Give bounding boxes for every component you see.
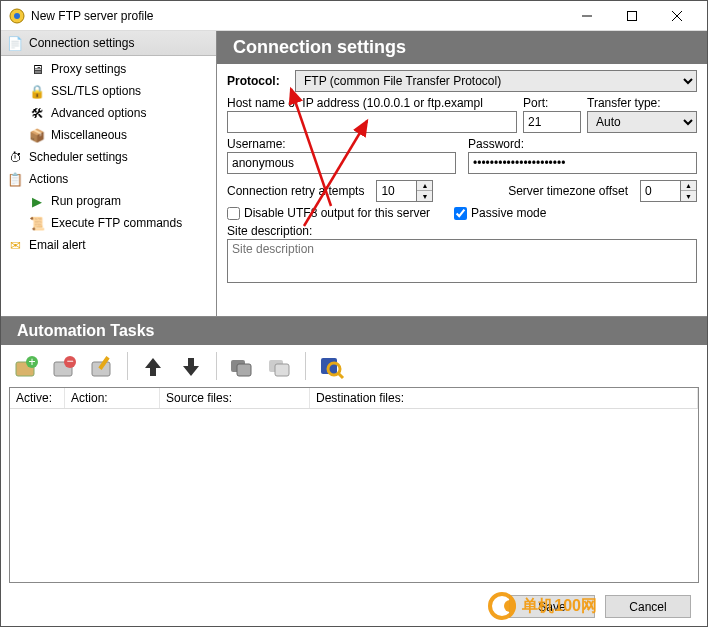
bolt-icon: 📋 [7,171,23,187]
sidebar-item-proxy[interactable]: 🖥 Proxy settings [1,58,216,80]
transfer-select[interactable]: Auto [587,111,697,133]
titlebar: New FTP server profile [1,1,707,31]
box-icon: 📦 [29,127,45,143]
sidebar-item-label: SSL/TLS options [51,84,141,98]
sidebar-group-label: Connection settings [29,36,134,50]
remove-task-button[interactable]: − [47,349,81,383]
sidebar-item-exec-ftp[interactable]: 📜 Execute FTP commands [1,212,216,234]
disable-utf8-checkbox[interactable]: Disable UTF8 output for this server [227,206,430,220]
tasks-table: Active: Action: Source files: Destinatio… [9,387,699,583]
sidebar-group-label: Scheduler settings [29,150,128,164]
sidebar-item-ssl[interactable]: 🔒 SSL/TLS options [1,80,216,102]
sidebar-item-label: Run program [51,194,121,208]
script-icon: 📜 [29,215,45,231]
spin-down-icon[interactable]: ▼ [681,191,696,201]
tz-spinner[interactable]: ▲▼ [640,180,697,202]
gear-icon: 🛠 [29,105,45,121]
tasks-table-body[interactable] [10,409,698,582]
svg-text:−: − [66,354,73,368]
transfer-label: Transfer type: [587,96,697,110]
sidebar-item-actions[interactable]: 📋 Actions [1,168,216,190]
username-label: Username: [227,137,456,151]
sidebar-item-label: Proxy settings [51,62,126,76]
sidebar-item-misc[interactable]: 📦 Miscellaneous [1,124,216,146]
sidebar-group-label: Email alert [29,238,86,252]
port-input[interactable] [523,111,581,133]
tz-input[interactable] [640,180,680,202]
cancel-button[interactable]: Cancel [605,595,691,618]
port-label: Port: [523,96,581,110]
proxy-icon: 🖥 [29,61,45,77]
retry-spinner[interactable]: ▲▼ [376,180,433,202]
svg-line-22 [338,373,343,378]
page-icon: 📄 [7,35,23,51]
add-task-button[interactable]: + [9,349,43,383]
checkbox-input[interactable] [454,207,467,220]
password-input[interactable] [468,152,697,174]
col-action[interactable]: Action: [65,388,160,408]
password-label: Password: [468,137,697,151]
svg-rect-3 [627,11,636,20]
toolbar-separator [216,352,217,380]
edit-task-button[interactable] [85,349,119,383]
save-button[interactable]: Save [509,595,595,618]
window-title: New FTP server profile [31,9,564,23]
spin-down-icon[interactable]: ▼ [417,191,432,201]
username-input[interactable] [227,152,456,174]
sidebar-item-advanced[interactable]: 🛠 Advanced options [1,102,216,124]
paste-task-button[interactable] [263,349,297,383]
sidebar-item-label: Advanced options [51,106,146,120]
col-dest[interactable]: Destination files: [310,388,698,408]
main-split: 📄 Connection settings 🖥 Proxy settings 🔒… [1,31,707,317]
svg-rect-17 [237,364,251,376]
tasks-header: Automation Tasks [1,317,707,345]
close-button[interactable] [654,1,699,30]
content-panel: Connection settings Protocol: FTP (commo… [217,31,707,316]
passive-mode-checkbox[interactable]: Passive mode [454,206,546,220]
checkbox-label: Disable UTF8 output for this server [244,206,430,220]
protocol-select[interactable]: FTP (common File Transfer Protocol) [295,70,697,92]
sidebar-item-connection-settings[interactable]: 📄 Connection settings [1,31,216,56]
spin-up-icon[interactable]: ▲ [417,181,432,191]
retry-label: Connection retry attempts [227,184,364,198]
panel-header: Connection settings [217,31,707,64]
footer: 单机100网 Save Cancel [1,587,707,626]
retry-input[interactable] [376,180,416,202]
preview-task-button[interactable] [314,349,348,383]
move-up-button[interactable] [136,349,170,383]
play-icon: ▶ [29,193,45,209]
svg-point-1 [14,13,20,19]
svg-rect-19 [275,364,289,376]
description-label: Site description: [227,224,697,238]
description-input[interactable] [227,239,697,283]
tasks-table-header: Active: Action: Source files: Destinatio… [10,388,698,409]
col-active[interactable]: Active: [10,388,65,408]
checkbox-input[interactable] [227,207,240,220]
mail-icon: ✉ [7,237,23,253]
maximize-button[interactable] [609,1,654,30]
host-input[interactable] [227,111,517,133]
sidebar-item-run-program[interactable]: ▶ Run program [1,190,216,212]
tz-label: Server timezone offset [508,184,628,198]
tasks-toolbar: + − [1,345,707,387]
sidebar-item-scheduler[interactable]: ⏱ Scheduler settings [1,146,216,168]
minimize-button[interactable] [564,1,609,30]
protocol-label: Protocol: [227,74,287,88]
host-label: Host name or IP address (10.0.0.1 or ftp… [227,96,517,110]
col-source[interactable]: Source files: [160,388,310,408]
spin-up-icon[interactable]: ▲ [681,181,696,191]
lock-icon: 🔒 [29,83,45,99]
toolbar-separator [305,352,306,380]
sidebar-item-label: Execute FTP commands [51,216,182,230]
sidebar: 📄 Connection settings 🖥 Proxy settings 🔒… [1,31,217,316]
copy-task-button[interactable] [225,349,259,383]
clock-icon: ⏱ [7,149,23,165]
app-icon [9,8,25,24]
sidebar-item-label: Miscellaneous [51,128,127,142]
move-down-button[interactable] [174,349,208,383]
sidebar-group-label: Actions [29,172,68,186]
toolbar-separator [127,352,128,380]
checkbox-label: Passive mode [471,206,546,220]
svg-text:+: + [28,355,35,369]
sidebar-item-email-alert[interactable]: ✉ Email alert [1,234,216,256]
